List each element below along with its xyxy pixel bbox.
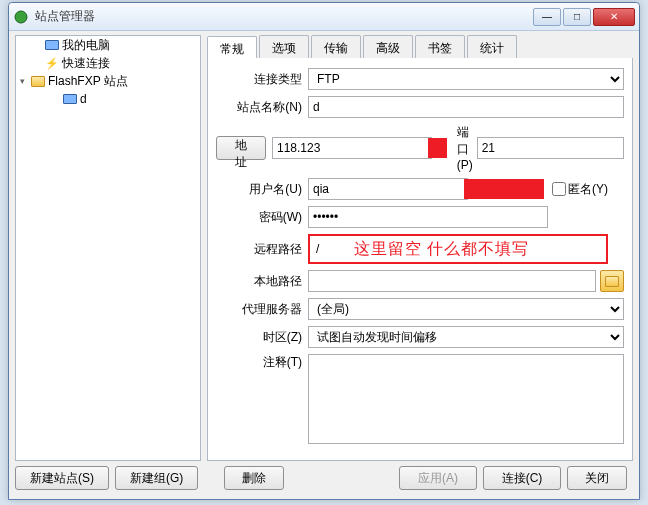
tree-label: 我的电脑	[62, 37, 110, 54]
remote-path-highlight: 这里留空 什么都不填写	[308, 234, 608, 264]
timezone-label: 时区(Z)	[216, 329, 308, 346]
connect-button[interactable]: 连接(C)	[483, 466, 561, 490]
folder-icon	[30, 74, 46, 88]
tree-label: FlashFXP 站点	[48, 73, 128, 90]
tab-body-general: 连接类型 FTP 站点名称(N) 地址 端口(P) 用户名(U)	[207, 58, 633, 461]
tab-bookmarks[interactable]: 书签	[415, 35, 465, 58]
remote-path-input[interactable]	[312, 238, 340, 260]
redacted-block	[428, 138, 447, 158]
tab-strip: 常规 选项 传输 高级 书签 统计	[207, 35, 633, 59]
notes-textarea[interactable]	[308, 354, 624, 444]
delete-button[interactable]: 删除	[224, 466, 284, 490]
tree-item-site-d[interactable]: d	[16, 90, 200, 108]
window-title: 站点管理器	[35, 8, 533, 25]
titlebar[interactable]: 站点管理器 — □ ✕	[9, 3, 639, 31]
anonymous-checkbox-label[interactable]: 匿名(Y)	[552, 181, 608, 198]
bottom-toolbar: 新建站点(S) 新建组(G) 删除 应用(A) 连接(C) 关闭	[15, 463, 633, 493]
tabs-container: 常规 选项 传输 高级 书签 统计 连接类型 FTP 站点名称(N) 地址	[207, 35, 633, 461]
tree-label: 快速连接	[62, 55, 110, 72]
tree-label: d	[80, 92, 87, 106]
username-input[interactable]	[308, 178, 468, 200]
apply-button[interactable]: 应用(A)	[399, 466, 477, 490]
site-name-label: 站点名称(N)	[216, 99, 308, 116]
browse-folder-button[interactable]	[600, 270, 624, 292]
proxy-select[interactable]: (全局)	[308, 298, 624, 320]
monitor-icon	[62, 92, 78, 106]
connection-type-label: 连接类型	[216, 71, 308, 88]
chevron-down-icon[interactable]: ▾	[20, 76, 30, 86]
timezone-select[interactable]: 试图自动发现时间偏移	[308, 326, 624, 348]
local-path-label: 本地路径	[216, 273, 308, 290]
tree-item-quickconnect[interactable]: ⚡ 快速连接	[16, 54, 200, 72]
tab-options[interactable]: 选项	[259, 35, 309, 58]
address-input[interactable]	[272, 137, 432, 159]
tab-advanced[interactable]: 高级	[363, 35, 413, 58]
folder-icon	[605, 276, 619, 287]
tab-transfer[interactable]: 传输	[311, 35, 361, 58]
notes-label: 注释(T)	[216, 354, 308, 371]
new-site-button[interactable]: 新建站点(S)	[15, 466, 109, 490]
close-button[interactable]: ✕	[593, 8, 635, 26]
site-manager-window: 站点管理器 — □ ✕ 我的电脑 ⚡ 快速连接 ▾ FlashFXP 站点	[8, 2, 640, 500]
redacted-block	[464, 179, 544, 199]
port-input[interactable]	[477, 137, 624, 159]
new-group-button[interactable]: 新建组(G)	[115, 466, 198, 490]
username-label: 用户名(U)	[216, 181, 308, 198]
local-path-input[interactable]	[308, 270, 596, 292]
connection-type-select[interactable]: FTP	[308, 68, 624, 90]
remote-path-annotation: 这里留空 什么都不填写	[354, 239, 529, 260]
tree-item-flashfxp[interactable]: ▾ FlashFXP 站点	[16, 72, 200, 90]
minimize-button[interactable]: —	[533, 8, 561, 26]
tab-general[interactable]: 常规	[207, 36, 257, 59]
tree-item-mycomputer[interactable]: 我的电脑	[16, 36, 200, 54]
address-button[interactable]: 地址	[216, 136, 266, 160]
port-label: 端口(P)	[457, 124, 473, 172]
site-tree[interactable]: 我的电脑 ⚡ 快速连接 ▾ FlashFXP 站点 d	[15, 35, 201, 461]
proxy-label: 代理服务器	[216, 301, 308, 318]
remote-path-label: 远程路径	[216, 241, 308, 258]
close-window-button[interactable]: 关闭	[567, 466, 627, 490]
site-name-input[interactable]	[308, 96, 624, 118]
svg-point-0	[15, 11, 27, 23]
password-label: 密码(W)	[216, 209, 308, 226]
anonymous-checkbox[interactable]	[552, 182, 566, 196]
app-icon	[13, 9, 29, 25]
tab-stats[interactable]: 统计	[467, 35, 517, 58]
password-input[interactable]	[308, 206, 548, 228]
bolt-icon: ⚡	[44, 56, 60, 70]
maximize-button[interactable]: □	[563, 8, 591, 26]
monitor-icon	[44, 38, 60, 52]
